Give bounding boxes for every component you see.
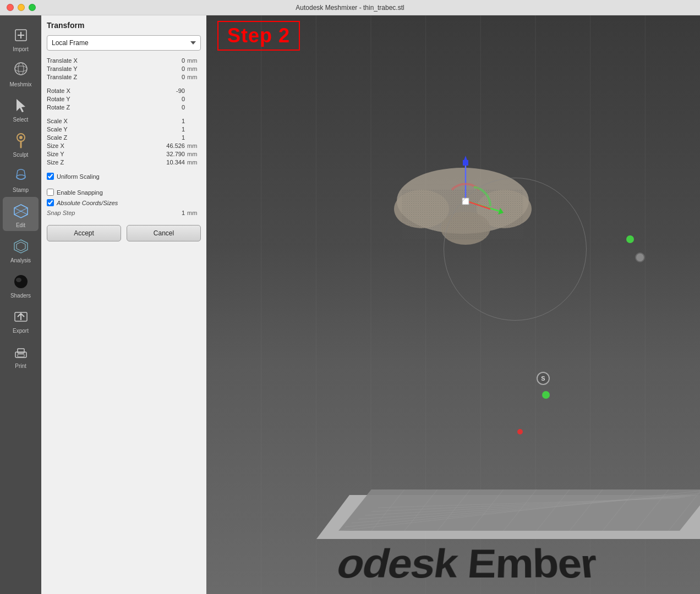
window-controls[interactable] — [7, 4, 36, 11]
translate-z-unit: mm — [187, 74, 201, 80]
rotate-y-value: 0 — [94, 96, 187, 102]
svg-point-5 — [18, 63, 24, 75]
scale-y-value: 1 — [94, 126, 187, 133]
scale-s-icon: S — [537, 372, 550, 385]
shaders-label: Shaders — [10, 293, 31, 299]
translate-z-row: Translate Z 0 mm — [47, 74, 201, 80]
size-z-unit: mm — [187, 159, 201, 166]
translate-z-value: 0 — [94, 74, 187, 80]
sidebar-item-meshmix[interactable]: Meshmix — [3, 56, 39, 90]
size-y-row: Size Y 32.790 mm — [47, 151, 201, 157]
svg-rect-61 — [463, 160, 468, 166]
scale-x-value: 1 — [94, 118, 187, 124]
sidebar-item-select[interactable]: Select — [3, 91, 39, 125]
sidebar-item-export[interactable]: Export — [3, 302, 39, 337]
rotate-x-value: -90 — [94, 87, 187, 94]
sidebar-item-shaders[interactable]: Shaders — [3, 267, 39, 301]
sidebar-item-stamp[interactable]: Stamp — [3, 162, 39, 196]
scale-x-label: Scale X — [47, 118, 94, 124]
minimize-button[interactable] — [18, 4, 25, 11]
scale-z-label: Scale Z — [47, 134, 94, 141]
viewport[interactable]: Step 2 — [206, 15, 700, 594]
size-y-label: Size Y — [47, 151, 94, 157]
enable-snapping-checkbox[interactable] — [47, 189, 54, 196]
gizmo-green-bottom — [542, 391, 550, 399]
uniform-scaling-label[interactable]: Uniform Scaling — [57, 173, 100, 180]
sidebar-item-edit[interactable]: Edit — [3, 197, 39, 231]
enable-snapping-row: Enable Snapping — [47, 189, 201, 196]
size-x-row: Size X 46.526 mm — [47, 142, 201, 149]
rotate-y-label: Rotate Y — [47, 96, 94, 102]
step2-annotation: Step 2 — [217, 21, 300, 51]
svg-point-4 — [15, 66, 27, 72]
svg-point-3 — [15, 63, 27, 75]
rotate-z-label: Rotate Z — [47, 104, 94, 111]
stamp-label: Stamp — [13, 187, 29, 193]
meshmix-icon — [11, 61, 31, 80]
translate-x-value: 0 — [94, 57, 187, 64]
size-y-unit: mm — [187, 151, 201, 157]
enable-snapping-label[interactable]: Enable Snapping — [57, 189, 103, 196]
sidebar: Import Meshmix Select Sculpt Stamp — [0, 15, 41, 594]
translate-y-unit: mm — [187, 65, 201, 72]
stamp-icon — [11, 166, 31, 186]
edit-label: Edit — [16, 222, 25, 228]
step2-text: Step 2 — [227, 24, 290, 47]
sculpt-label: Sculpt — [13, 152, 29, 158]
size-x-value: 46.526 — [94, 142, 187, 149]
export-icon — [11, 307, 31, 327]
translate-x-unit: mm — [187, 57, 201, 64]
print-bed — [283, 352, 700, 583]
uniform-scaling-row: Uniform Scaling — [47, 173, 201, 180]
snap-step-value: 1 — [102, 210, 187, 216]
absolute-coords-label[interactable]: Absolute Coords/Sizes — [57, 200, 118, 206]
svg-point-8 — [19, 136, 23, 139]
titlebar: Autodesk Meshmixer - thin_trabec.stl — [0, 0, 700, 15]
translate-x-row: Translate X 0 mm — [47, 57, 201, 64]
svg-rect-22 — [18, 354, 24, 357]
close-button[interactable] — [7, 4, 14, 11]
analysis-label: Analysis — [10, 257, 31, 263]
rotate-z-row: Rotate Z 0 — [47, 104, 201, 111]
sidebar-item-analysis[interactable]: Analysis — [3, 232, 39, 266]
action-buttons: Accept Cancel — [47, 225, 201, 241]
select-label: Select — [13, 117, 29, 123]
size-x-unit: mm — [187, 142, 201, 149]
sidebar-item-print[interactable]: Print — [3, 338, 39, 372]
svg-rect-21 — [18, 349, 24, 353]
window-title: Autodesk Meshmixer - thin_trabec.stl — [296, 4, 404, 12]
absolute-coords-checkbox[interactable] — [47, 199, 54, 206]
print-icon — [11, 342, 31, 362]
shaders-icon — [11, 272, 31, 292]
import-icon — [11, 25, 31, 45]
scale-z-row: Scale Z 1 — [47, 134, 201, 141]
rotate-y-row: Rotate Y 0 — [47, 96, 201, 102]
translate-y-label: Translate Y — [47, 65, 94, 72]
transform-panel: Transform Local Frame World Frame Transl… — [41, 15, 206, 594]
sidebar-item-sculpt[interactable]: Sculpt — [3, 127, 39, 161]
size-z-row: Size Z 10.344 mm — [47, 159, 201, 166]
accept-button[interactable]: Accept — [47, 225, 121, 241]
translate-x-label: Translate X — [47, 57, 94, 64]
snap-step-row: Snap Step 1 mm — [47, 210, 201, 216]
maximize-button[interactable] — [29, 4, 36, 11]
main-container: Import Meshmix Select Sculpt Stamp — [0, 15, 700, 594]
frame-dropdown[interactable]: Local Frame World Frame — [47, 35, 201, 51]
select-icon — [11, 96, 31, 116]
scale-z-value: 1 — [94, 134, 187, 141]
rotate-x-row: Rotate X -90 — [47, 87, 201, 94]
sidebar-item-import[interactable]: Import — [3, 21, 39, 55]
print-label: Print — [15, 363, 26, 369]
svg-point-10 — [17, 175, 25, 179]
size-x-label: Size X — [47, 142, 94, 149]
scale-y-label: Scale Y — [47, 126, 94, 133]
gizmo-red-dot — [517, 429, 523, 435]
uniform-scaling-checkbox[interactable] — [47, 173, 54, 180]
panel-title: Transform — [47, 21, 201, 30]
translate-z-label: Translate Z — [47, 74, 94, 80]
rotate-z-value: 0 — [94, 104, 187, 111]
svg-point-16 — [14, 275, 28, 288]
cancel-button[interactable]: Cancel — [127, 225, 201, 241]
svg-point-17 — [16, 278, 21, 282]
scale-y-row: Scale Y 1 — [47, 126, 201, 133]
